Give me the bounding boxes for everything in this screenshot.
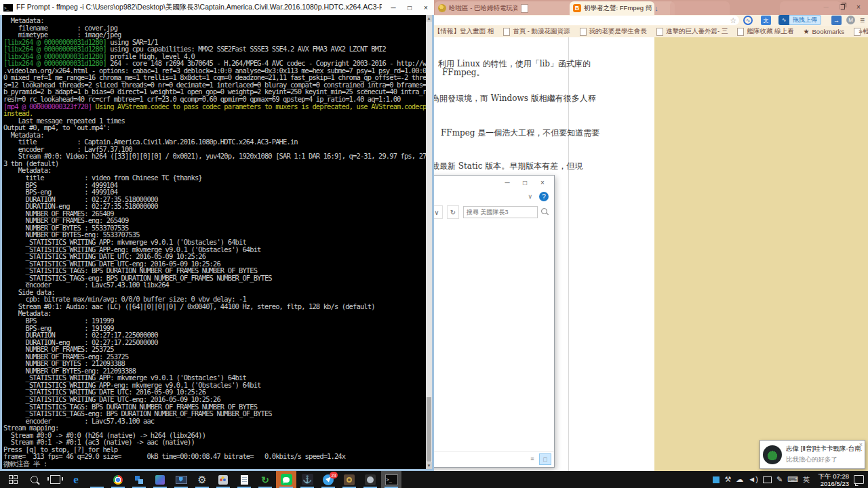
taskbar-chrome-icon[interactable] <box>108 471 128 488</box>
keyboard-tray-icon[interactable]: ⌨ <box>787 476 798 483</box>
bookmark-item[interactable]: ★Bookmarks <box>804 28 844 35</box>
scrollbar-thumb[interactable] <box>427 397 431 462</box>
drag-upload-extension[interactable]: ∿ 拖拽上傳 <box>778 15 821 25</box>
cloud-upload-icon: ∿ <box>778 15 789 25</box>
terminal-close-button[interactable]: × <box>418 1 434 14</box>
terminal-line: 3 tbn (default) <box>3 160 432 167</box>
page-text-line: 為開發環境，而 Windows 版相繼有很多人釋 <box>431 93 596 104</box>
terminal-line: frame= 313 fps= 46 q=29.0 size= 0kB time… <box>3 453 432 460</box>
notification-badge: 23 <box>330 472 338 479</box>
action-center-icon[interactable] <box>854 475 864 484</box>
taskbar-bird-icon[interactable]: 23 <box>318 471 338 488</box>
terminal-window: >_ FF Prompt - ffmpeg -i C:\Users\op982\… <box>0 0 434 471</box>
taskbar-book-icon[interactable] <box>339 471 359 488</box>
translate-extension-icon[interactable]: 文 <box>761 16 771 25</box>
cmd-icon: >_ <box>3 4 13 12</box>
tool-tray-icon[interactable]: ⚒ <box>724 476 731 483</box>
terminal-maximize-button[interactable]: □ <box>401 1 418 14</box>
taskbar-clock[interactable]: 下午 07:28 2016/5/23 <box>818 471 849 488</box>
terminal-title-bar[interactable]: >_ FF Prompt - ffmpeg -i C:\Users\op982\… <box>0 0 434 15</box>
paint-glyph <box>218 475 228 485</box>
tab[interactable] <box>517 1 574 15</box>
page-background-column <box>654 37 868 471</box>
toast-close-icon[interactable]: × <box>859 441 863 448</box>
bookmark-item[interactable]: 進擊的巨人番外篇- 三 <box>656 27 728 36</box>
taskbar-jar-icon[interactable] <box>360 471 380 488</box>
taskbar-notepad-icon[interactable] <box>234 471 254 488</box>
terminal-line: encoder : Lavc57.43.100 aac <box>3 418 432 425</box>
explorer-ribbon-right: ∨ ? <box>528 192 549 201</box>
taskbar-cubes-icon[interactable] <box>129 471 149 488</box>
pen-tray-icon[interactable]: ✎ <box>776 476 783 483</box>
scroll-down-arrow-icon[interactable]: ▼ <box>426 462 432 469</box>
tab[interactable]: 哈啦區 - 巴哈姆特電玩資訊× <box>435 1 523 15</box>
explorer-maximize-button[interactable]: □ <box>516 177 534 188</box>
extension-s-icon[interactable]: ∿ <box>743 16 753 25</box>
terminal-scrollbar[interactable]: ▲ ▼ <box>426 15 432 469</box>
taskbar-paint-icon[interactable] <box>213 471 233 488</box>
explorer-close-button[interactable]: × <box>534 177 551 188</box>
terminal-line: 微軟注音 半 : <box>3 460 432 468</box>
tab[interactable] <box>780 1 841 15</box>
start-glyph <box>9 475 18 484</box>
address-refresh-icon[interactable]: ↻ <box>447 205 459 219</box>
system-tray: ⚒☁◄)✎⌨英 <box>713 471 810 488</box>
explorer-search-input[interactable] <box>463 206 538 218</box>
bookmark-label: 我的老婆是學生會長 <box>589 27 648 36</box>
bookmark-item[interactable]: 首頁 - 動漫花園資源 <box>503 27 570 36</box>
tab-active[interactable]: B初學者之聲: FFmpeg 簡× <box>570 1 654 15</box>
taskbar-search-icon[interactable] <box>24 471 44 488</box>
browser-close-button[interactable]: × <box>850 0 867 14</box>
speaker-tray-icon[interactable]: ◄) <box>748 476 758 483</box>
taskbar-cmd-icon[interactable]: >_ <box>381 471 401 488</box>
page-icon <box>503 28 510 36</box>
bookmark-item[interactable]: 艦隊收藏 線上看 <box>737 27 793 36</box>
search-glyph <box>31 476 38 483</box>
cmd-glyph: >_ <box>385 474 398 485</box>
settings-glyph: ⚙ <box>197 474 206 485</box>
bookmark-item[interactable]: 我的老婆是學生會長 <box>580 27 648 36</box>
notepad-glyph <box>241 475 248 485</box>
bookmark-item[interactable]: 【情報】登入畫面 相 <box>434 27 494 36</box>
tab-title: 初學者之聲: FFmpeg 簡 <box>584 4 652 13</box>
taskbar: ⚒☁◄)✎⌨英 下午 07:28 2016/5/23 e⚙↻⚓23>_ <box>0 471 868 488</box>
explorer-help-icon[interactable]: ? <box>539 192 549 201</box>
tab[interactable] <box>670 1 730 15</box>
taskbar-start-icon[interactable] <box>3 471 23 488</box>
thumbnail-view-button[interactable]: □ <box>539 453 551 465</box>
profile-m-icon[interactable]: M <box>846 16 855 24</box>
details-view-button[interactable]: ≡ <box>527 453 538 464</box>
scroll-up-arrow-icon[interactable]: ▲ <box>426 15 432 22</box>
bookmark-star-icon[interactable]: ☆ <box>730 17 736 24</box>
cubes-glyph <box>134 475 144 485</box>
search-magnifier-icon[interactable] <box>541 208 547 214</box>
line-notification-toast[interactable]: 志偉 [Ⅱ音]哇卡卡戰隊-台南... 比我擔心的好多了 × <box>760 440 865 469</box>
push-extension-icon[interactable]: → <box>831 16 842 25</box>
bookmarks-overflow-chevron[interactable]: » <box>859 27 863 35</box>
taskbar-settings-icon[interactable]: ⚙ <box>192 471 212 488</box>
toast-title: 志偉 [Ⅱ音]哇卡卡戰隊-台南... <box>786 445 862 453</box>
chrome-menu-icon[interactable]: ≡ <box>857 16 867 25</box>
page-text-line: 載最新 Static 版本。早期版本有差，但現 <box>431 161 583 172</box>
ime-language-indicator[interactable]: 英 <box>803 475 810 485</box>
taskbar-line-icon[interactable] <box>276 471 296 488</box>
bluebox-tray-icon[interactable] <box>713 476 719 483</box>
taskbar-colorapp-icon[interactable] <box>150 471 170 488</box>
taskbar-taskview-icon[interactable] <box>45 471 65 488</box>
taskbar-anchor-icon[interactable]: ⚓ <box>297 471 317 488</box>
taskbar-shieldpc-icon[interactable] <box>171 471 191 488</box>
explorer-minimize-button[interactable]: ─ <box>498 177 516 188</box>
terminal-minimize-button[interactable]: ─ <box>385 1 401 14</box>
terminal-line: [mp4 @ 000000000323f720] Using AVStream.… <box>3 103 432 110</box>
bookmark-label: 【情報】登入畫面 相 <box>434 27 494 36</box>
terminal-output: Metadata: filename : cover.jpg mimetype … <box>2 15 432 469</box>
cloud-tray-icon[interactable]: ☁ <box>736 476 743 483</box>
taskbar-edge-icon[interactable]: e <box>66 471 86 488</box>
taskbar-explorer-icon[interactable] <box>87 471 107 488</box>
bookmark-label: Bookmarks <box>812 28 845 35</box>
bookmark-label: 進擊的巨人番外篇- 三 <box>666 27 728 36</box>
star-icon: ★ <box>804 28 810 35</box>
monitor-tray-icon[interactable] <box>763 476 772 483</box>
ribbon-collapse-chevron-icon[interactable]: ∨ <box>528 193 532 200</box>
taskbar-greenapp-icon[interactable]: ↻ <box>255 471 275 488</box>
